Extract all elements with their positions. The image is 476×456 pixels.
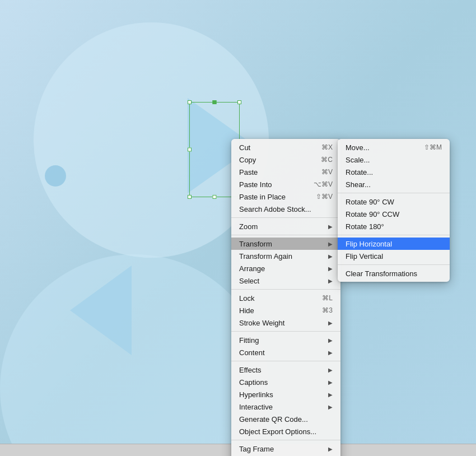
menu-item-paste-in-place[interactable]: Paste in Place ⇧⌘V	[231, 190, 340, 203]
separator-6	[231, 440, 340, 440]
chevron-stroke-weight: ▶	[328, 320, 333, 326]
shape-small-circle	[45, 165, 66, 187]
menu-item-stroke-weight[interactable]: Stroke Weight ▶	[231, 317, 340, 329]
menu-item-hide[interactable]: Hide ⌘3	[231, 304, 340, 317]
menu-item-paste[interactable]: Paste ⌘V	[231, 166, 340, 178]
handle-bot-center[interactable]	[213, 195, 217, 199]
submenu-item-shear[interactable]: Shear...	[338, 178, 450, 190]
menu-item-paste-into[interactable]: Paste Into ⌥⌘V	[231, 178, 340, 190]
menu-item-tag-frame[interactable]: Tag Frame ▶	[231, 443, 340, 455]
menu-item-search-adobe-stock[interactable]: Search Adobe Stock...	[231, 203, 340, 215]
shape-triangle-left	[70, 266, 132, 355]
chevron-select: ▶	[328, 278, 333, 284]
submenu-separator-2	[338, 235, 450, 235]
menu-item-copy[interactable]: Copy ⌘C	[231, 153, 340, 166]
menu-item-captions[interactable]: Captions ▶	[231, 376, 340, 388]
chevron-content: ▶	[328, 350, 333, 356]
handle-top-right[interactable]	[237, 100, 241, 104]
submenu-item-rotate-90-cw[interactable]: Rotate 90° CW	[338, 196, 450, 208]
chevron-arrange: ▶	[328, 266, 333, 272]
handle-top-left[interactable]	[188, 100, 192, 104]
submenu-separator-3	[338, 264, 450, 265]
menu-item-transform-again[interactable]: Transform Again ▶	[231, 250, 340, 262]
submenu-item-move[interactable]: Move... ⇧⌘M	[338, 141, 450, 153]
submenu-item-clear-transformations[interactable]: Clear Transformations	[338, 267, 450, 280]
chevron-transform-again: ▶	[328, 253, 333, 259]
menu-item-zoom[interactable]: Zoom ▶	[231, 220, 340, 232]
chevron-interactive: ▶	[328, 404, 333, 410]
submenu-item-flip-vertical[interactable]: Flip Vertical	[338, 250, 450, 262]
submenu-item-flip-horizontal[interactable]: Flip Horizontal	[338, 238, 450, 250]
chevron-effects: ▶	[328, 367, 333, 373]
submenu-separator-1	[338, 193, 450, 193]
submenu-item-rotate-180[interactable]: Rotate 180°	[338, 220, 450, 232]
menu-item-object-export[interactable]: Object Export Options...	[231, 425, 340, 438]
menu-item-fitting[interactable]: Fitting ▶	[231, 334, 340, 346]
chevron-tag-frame: ▶	[328, 446, 333, 452]
separator-2	[231, 235, 340, 235]
context-menu: Cut ⌘X Copy ⌘C Paste ⌘V Paste Into ⌥⌘V P…	[231, 139, 340, 456]
separator-5	[231, 361, 340, 361]
chevron-fitting: ▶	[328, 337, 333, 343]
chevron-hyperlinks: ▶	[328, 392, 333, 398]
menu-item-cut[interactable]: Cut ⌘X	[231, 141, 340, 153]
submenu-transform: Move... ⇧⌘M Scale... Rotate... Shear... …	[338, 139, 450, 282]
submenu-item-scale[interactable]: Scale...	[338, 153, 450, 166]
handle-mid-left[interactable]	[188, 148, 192, 152]
chevron-captions: ▶	[328, 379, 333, 385]
handle-bot-left[interactable]	[188, 195, 192, 199]
menu-item-interactive[interactable]: Interactive ▶	[231, 401, 340, 413]
separator-4	[231, 331, 340, 332]
menu-item-hyperlinks[interactable]: Hyperlinks ▶	[231, 388, 340, 401]
menu-item-generate-qr[interactable]: Generate QR Code...	[231, 413, 340, 425]
menu-item-content[interactable]: Content ▶	[231, 346, 340, 359]
chevron-transform: ▶	[328, 241, 333, 247]
menu-item-transform[interactable]: Transform ▶	[231, 238, 340, 250]
handle-top-center[interactable]	[213, 100, 217, 104]
menu-item-effects[interactable]: Effects ▶	[231, 364, 340, 376]
menu-item-arrange[interactable]: Arrange ▶	[231, 262, 340, 274]
menu-item-select[interactable]: Select ▶	[231, 274, 340, 287]
submenu-item-rotate-90-ccw[interactable]: Rotate 90° CCW	[338, 208, 450, 220]
submenu-item-rotate[interactable]: Rotate...	[338, 166, 450, 178]
separator-3	[231, 289, 340, 290]
separator-1	[231, 217, 340, 218]
chevron-zoom: ▶	[328, 224, 333, 230]
menu-item-lock[interactable]: Lock ⌘L	[231, 292, 340, 304]
